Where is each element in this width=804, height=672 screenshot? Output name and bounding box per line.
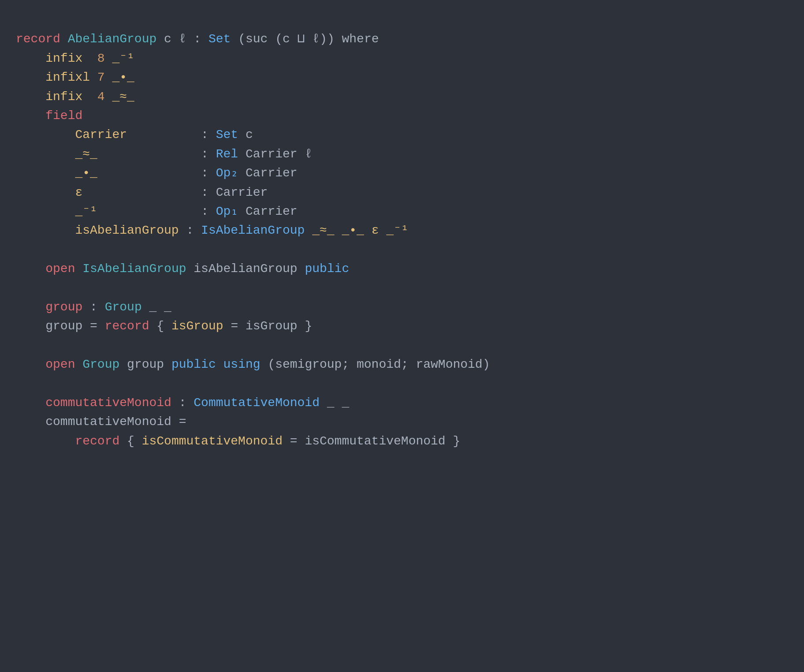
isgroup-field: isGroup <box>171 319 223 333</box>
carrier-ref-4: Carrier <box>246 205 298 218</box>
eq-1: = <box>90 319 97 333</box>
line-14: group = record { isGroup = isGroup } <box>16 319 312 333</box>
kw-op1: Op₁ <box>216 205 238 218</box>
kw-rel: Rel <box>216 147 238 161</box>
line-3: infixl 7 _•_ <box>16 71 134 84</box>
line-15: open Group group public using (semigroup… <box>16 358 490 371</box>
inv-ref: _⁻¹ <box>386 224 408 237</box>
group-ref: group <box>127 358 164 371</box>
type-name-abeliangroup: AbelianGroup <box>68 32 157 46</box>
param-ell: ℓ <box>179 32 186 46</box>
kw-infix-2: infix <box>45 90 82 104</box>
line-17: commutativeMonoid = <box>16 415 186 429</box>
kw-open-2: open <box>45 358 75 371</box>
line-6: Carrier : Set c <box>16 128 253 142</box>
colon-mul: : <box>201 166 208 180</box>
carrier-ref-3: Carrier <box>216 186 268 199</box>
kw-commmon-decl: commutativeMonoid <box>45 396 171 410</box>
colon: : <box>194 32 201 46</box>
num-8: 8 <box>97 52 105 65</box>
group-eq: group <box>45 319 82 333</box>
line-blank-3 <box>16 339 23 352</box>
paren-open: (suc (c ⊔ ℓ)) <box>238 32 335 46</box>
line-13: group : Group _ _ <box>16 300 171 314</box>
isabgroup-ref: isAbelianGroup <box>194 262 297 276</box>
colon-commmon: : <box>179 396 186 410</box>
kw-record: record <box>16 32 60 46</box>
eq-4: = <box>290 434 298 448</box>
line-8: _•_ : Op₂ Carrier <box>16 166 298 180</box>
underscore-1: _ _ <box>149 300 171 314</box>
line-18: record { isCommutativeMonoid = isCommuta… <box>16 434 460 448</box>
line-5: field <box>16 109 82 123</box>
code-block: record AbelianGroup c ℓ : Set (suc (c ⊔ … <box>16 11 788 451</box>
kw-using: using <box>223 358 261 371</box>
field-isabgroup: isAbelianGroup <box>75 224 179 237</box>
kw-open-1: open <box>45 262 75 276</box>
colon-approx: : <box>201 147 208 161</box>
line-4: infix 4 _≈_ <box>16 90 134 104</box>
line-9: ε : Carrier <box>16 186 268 199</box>
op-approx-ref: _≈_ <box>312 224 334 237</box>
field-mul: _•_ <box>75 166 97 180</box>
line-12: open IsAbelianGroup isAbelianGroup publi… <box>16 262 349 276</box>
commmon-eq: commutativeMonoid <box>45 415 171 429</box>
kw-infix-1: infix <box>45 52 82 65</box>
eq-2: = <box>231 319 238 333</box>
brace-open-2: { <box>127 434 134 448</box>
open-group: Group <box>82 358 119 371</box>
colon-inv: : <box>201 205 208 218</box>
colon-group: : <box>90 300 97 314</box>
line-2: infix 8 _⁻¹ <box>16 52 134 65</box>
num-4: 4 <box>97 90 105 104</box>
line-1: record AbelianGroup c ℓ : Set (suc (c ⊔ … <box>16 32 379 46</box>
line-10: _⁻¹ : Op₁ Carrier <box>16 205 298 218</box>
kw-public-1: public <box>305 262 349 276</box>
kw-record-3: record <box>75 434 119 448</box>
eq-3: = <box>179 415 186 429</box>
param-c: c <box>164 32 171 46</box>
field-inv: _⁻¹ <box>75 205 97 218</box>
line-7: _≈_ : Rel Carrier ℓ <box>16 147 312 161</box>
using-args: (semigroup; monoid; rawMonoid) <box>268 358 490 371</box>
field-eps: ε <box>75 186 82 199</box>
kw-public-2: public <box>171 358 216 371</box>
field-approx: _≈_ <box>75 147 97 161</box>
kw-set-2: Set <box>216 128 238 142</box>
isgroup-val: isGroup <box>246 319 298 333</box>
eps-ref: ε <box>372 224 379 237</box>
colon-isabgroup: : <box>186 224 194 237</box>
kw-group-decl: group <box>45 300 82 314</box>
kw-infixl: infixl <box>45 71 90 84</box>
carrier-ref-2: Carrier <box>246 166 298 180</box>
op-approx: _≈_ <box>112 90 134 104</box>
kw-isabgroup: IsAbelianGroup <box>201 224 305 237</box>
op-mul: _•_ <box>112 71 134 84</box>
line-16: commutativeMonoid : CommutativeMonoid _ … <box>16 396 349 410</box>
type-group: Group <box>105 300 142 314</box>
brace-close-2: } <box>453 434 460 448</box>
type-commmon: CommutativeMonoid <box>194 396 320 410</box>
field-carrier: Carrier <box>75 128 127 142</box>
underscore-2: _ _ <box>327 396 349 410</box>
colon-eps: : <box>201 186 208 199</box>
line-11: isAbelianGroup : IsAbelianGroup _≈_ _•_ … <box>16 224 409 237</box>
iscommmon-field: isCommutativeMonoid <box>142 434 283 448</box>
open-isabgroup: IsAbelianGroup <box>82 262 186 276</box>
line-blank-1 <box>16 243 23 257</box>
kw-where: where <box>342 32 379 46</box>
brace-close-1: } <box>305 319 312 333</box>
kw-set: Set <box>208 32 231 46</box>
colon-carrier: : <box>201 128 208 142</box>
kw-field: field <box>45 109 82 123</box>
param-c2: c <box>246 128 253 142</box>
line-blank-4 <box>16 377 23 390</box>
param-ell2: ℓ <box>305 147 312 161</box>
op-inv: _⁻¹ <box>112 52 134 65</box>
op-mul-ref: _•_ <box>342 224 364 237</box>
brace-open-1: { <box>156 319 164 333</box>
carrier-ref-1: Carrier <box>246 147 298 161</box>
kw-op2: Op₂ <box>216 166 238 180</box>
kw-record-2: record <box>105 319 149 333</box>
iscommmon-val: isCommutativeMonoid <box>305 434 445 448</box>
